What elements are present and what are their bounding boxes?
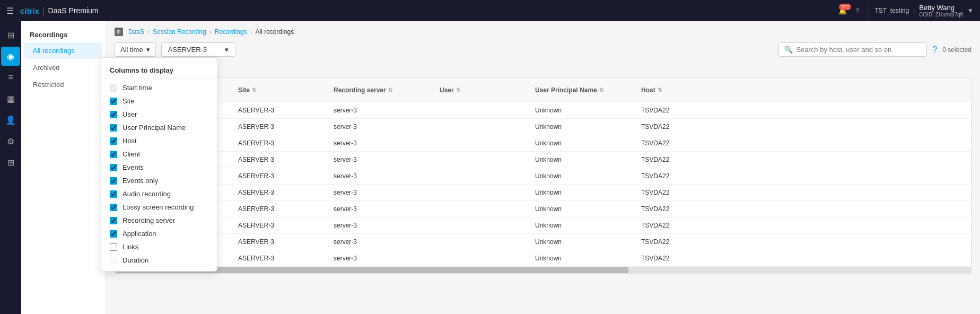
header-right: 🔔 572 ? TST_testing | Betty Wang COID: Z… [838,4,974,18]
popup-item-events-only[interactable]: Events only [106,174,217,187]
th-host[interactable]: Host ⇅ [635,82,730,98]
row-upn: Unknown [529,201,635,217]
th-site-label: Site [238,86,250,94]
popup-item-start-time[interactable]: Start time [106,81,217,94]
row-upn: Unknown [529,217,635,233]
sidebar-icon-messages[interactable]: ≡ [1,68,20,87]
sidebar-icon-apps[interactable]: ⊞ [1,153,20,172]
popup-item-application[interactable]: Application [106,227,217,240]
breadcrumb-session-recording[interactable]: Session Recording [153,28,206,36]
search-input[interactable] [796,46,921,54]
breadcrumb-sep-3: › [250,28,252,36]
col-checkbox-9[interactable] [110,204,117,211]
row-site: ASERVER-3 [232,185,327,200]
th-site[interactable]: Site ⇅ [232,82,327,98]
search-box: 🔍 [778,42,927,57]
time-filter-dropdown[interactable]: All time ▾ [115,42,156,57]
sidebar-icon-analytics[interactable]: ▦ [1,89,20,108]
breadcrumb-icon: ⊞ [115,28,123,36]
help-circle-icon[interactable]: ? [932,45,937,55]
popup-item-user-principal-name[interactable]: User Principal Name [106,121,217,134]
col-checkbox-1[interactable] [110,98,117,105]
row-site: ASERVER-3 [232,102,327,118]
popup-item-client[interactable]: Client [106,147,217,161]
popup-item-user[interactable]: User [106,108,217,121]
col-checkbox-6[interactable] [110,164,117,171]
th-upn[interactable]: User Principal Name ⇅ [529,82,635,98]
col-label-0: Start time [122,84,152,92]
row-host: TSVDA22 [635,217,730,233]
col-checkbox-11[interactable] [110,230,117,238]
popup-item-events[interactable]: Events [106,161,217,174]
server-dropdown[interactable]: ASERVER-3 ▾ [161,42,235,57]
col-checkbox-5[interactable] [110,151,117,158]
columns-popup-title: Columns to display [106,62,217,79]
hamburger-menu[interactable]: ☰ [6,6,14,16]
row-host: TSVDA22 [635,185,730,200]
sidebar-icon-home[interactable]: ⊞ [1,25,20,45]
table-row: 2024 3:49 PM ASERVER-3 server-3 Unknown … [115,152,971,168]
breadcrumb-daas[interactable]: DaaS [128,28,144,36]
breadcrumb-current: All recordings [255,28,294,36]
notification-bell[interactable]: 🔔 572 [838,7,847,15]
row-upn: Unknown [529,119,635,135]
popup-item-recording-server[interactable]: Recording server [106,214,217,227]
th-user-sort-icon[interactable]: ⇅ [456,87,460,93]
row-site: ASERVER-3 [232,250,327,266]
popup-item-host[interactable]: Host [106,134,217,147]
sidebar-item-all-recordings[interactable]: All recordings [24,42,102,59]
breadcrumb-recordings[interactable]: Recordings [215,28,247,36]
table-row: October 29, 2024 2:51 PM ASERVER-3 serve… [115,250,971,267]
col-checkbox-12[interactable] [110,243,117,251]
row-server: server-3 [327,119,433,135]
columns-to-display-button[interactable]: ⊟ Columns to display [115,61,972,73]
th-host-sort-icon[interactable]: ⇅ [658,87,662,93]
col-label-3: User Principal Name [122,124,186,132]
row-site: ASERVER-3 [232,168,327,184]
popup-item-lossy-screen-recording[interactable]: Lossy screen recording [106,200,217,214]
row-user [433,106,529,115]
popup-item-audio-recording[interactable]: Audio recording [106,187,217,200]
row-upn: Unknown [529,234,635,250]
th-upn-sort-icon[interactable]: ⇅ [599,87,603,93]
sidebar-icon-people[interactable]: 👤 [1,110,20,129]
row-site: ASERVER-3 [232,201,327,217]
nav-section-title: Recordings [21,25,106,42]
sidebar-icon-monitor[interactable]: ◉ [1,47,20,66]
row-upn: Unknown [529,250,635,266]
th-server-sort-icon[interactable]: ⇅ [388,87,392,93]
popup-item-links[interactable]: Links [106,240,217,254]
col-checkbox-2[interactable] [110,111,117,118]
sidebar-icon-settings[interactable]: ⚙ [1,132,20,151]
sidebar-item-restricted[interactable]: Restricted [24,76,102,93]
col-checkbox-4[interactable] [110,137,117,145]
logo-product: DaaS Premium [48,6,99,15]
user-section: TST_testing | Betty Wang COID: ZHumqI7qf… [868,4,974,18]
user-info[interactable]: Betty Wang COID: ZHumqI7qft [919,4,963,18]
user-dropdown-icon[interactable]: ▼ [967,7,974,14]
table-row: 2024 3:54 PM ASERVER-3 server-3 Unknown … [115,119,971,135]
col-checkbox-7[interactable] [110,177,117,185]
row-host: TSVDA22 [635,152,730,168]
th-user[interactable]: User ⇅ [433,82,529,98]
col-checkbox-3[interactable] [110,124,117,132]
user-name: Betty Wang [919,4,963,12]
help-icon[interactable]: ? [855,7,859,15]
toolbar-right: 🔍 ? 0 selected [778,42,972,57]
col-checkbox-8[interactable] [110,190,117,198]
row-server: server-3 [327,135,433,151]
row-host: TSVDA22 [635,250,730,266]
header-left: ☰ citrix | DaaS Premium [6,5,98,16]
row-user [433,238,529,246]
row-host: TSVDA22 [635,119,730,135]
horizontal-scrollbar[interactable] [115,267,971,273]
th-site-sort-icon[interactable]: ⇅ [252,87,256,93]
row-upn: Unknown [529,102,635,118]
col-checkbox-10[interactable] [110,217,117,224]
logo-citrix: citrix [20,6,39,15]
th-recording-server[interactable]: Recording server ⇅ [327,82,433,98]
popup-item-site[interactable]: Site [106,94,217,108]
popup-item-duration[interactable]: Duration [106,254,217,267]
row-server: server-3 [327,217,433,233]
sidebar-item-archived[interactable]: Archived [24,59,102,76]
